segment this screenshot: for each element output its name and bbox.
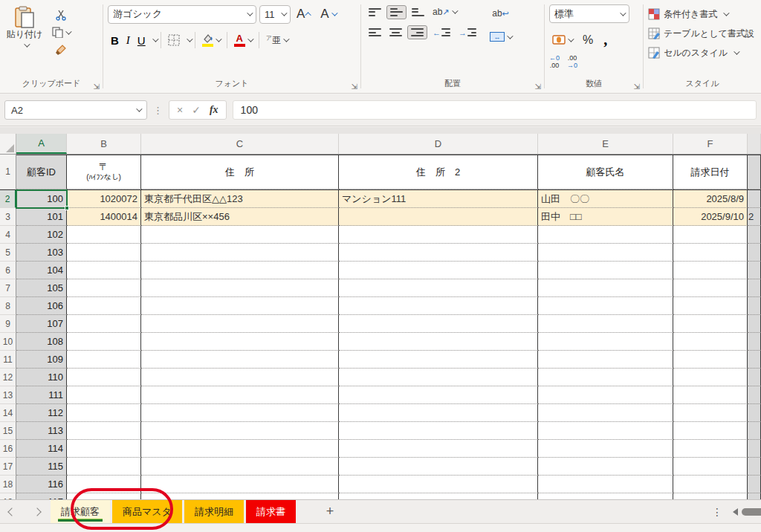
cell[interactable] xyxy=(538,262,673,279)
horizontal-scrollbar-thumb[interactable] xyxy=(742,508,761,516)
cell-e1[interactable]: 顧客氏名 xyxy=(538,155,673,189)
align-center-button[interactable] xyxy=(386,26,405,39)
insert-function-button[interactable]: fx xyxy=(207,104,221,116)
cell[interactable] xyxy=(339,476,538,493)
cell[interactable] xyxy=(67,226,141,244)
cancel-entry-button[interactable]: × xyxy=(174,104,186,116)
cell[interactable] xyxy=(339,297,538,315)
row-header[interactable]: 18 xyxy=(0,476,16,493)
cell[interactable]: 109 xyxy=(16,351,67,369)
cell[interactable] xyxy=(538,369,673,386)
cell[interactable]: 116 xyxy=(16,476,67,493)
cell[interactable]: 112 xyxy=(16,404,67,422)
cell[interactable] xyxy=(538,297,673,315)
cell[interactable] xyxy=(141,262,339,279)
cell[interactable] xyxy=(673,262,748,279)
cell[interactable] xyxy=(141,458,339,476)
cell[interactable] xyxy=(748,476,761,493)
cell-a1[interactable]: 顧客ID xyxy=(16,155,67,189)
cell[interactable] xyxy=(748,315,761,333)
cell[interactable] xyxy=(673,458,748,476)
cell[interactable]: 100 xyxy=(16,190,67,208)
cell-styles-button[interactable]: セルのスタイル xyxy=(648,43,758,62)
tab-options-icon[interactable]: ⋮ xyxy=(712,506,722,518)
cell[interactable] xyxy=(67,404,141,422)
number-format-combo[interactable]: 標準 xyxy=(549,4,629,23)
row-header[interactable]: 17 xyxy=(0,458,16,476)
cell[interactable] xyxy=(141,476,339,493)
clipboard-dialog-launcher-icon[interactable]: ⇲ xyxy=(94,82,100,91)
cell[interactable] xyxy=(67,386,141,404)
cell[interactable] xyxy=(339,351,538,369)
font-size-combo[interactable]: 11 xyxy=(259,5,291,24)
cell[interactable] xyxy=(141,351,339,369)
cell[interactable] xyxy=(339,333,538,351)
alignment-dialog-launcher-icon[interactable]: ⇲ xyxy=(535,82,541,91)
font-dialog-launcher-icon[interactable]: ⇲ xyxy=(352,82,357,91)
row-header[interactable]: 1 xyxy=(0,155,16,189)
cell[interactable] xyxy=(538,386,673,404)
cell[interactable] xyxy=(673,333,748,351)
cell[interactable] xyxy=(141,315,339,333)
cell[interactable]: 2025/8/9 xyxy=(673,190,748,208)
cell[interactable]: 東京都品川区××456 xyxy=(141,208,339,226)
cell[interactable] xyxy=(538,422,673,440)
orientation-button[interactable]: ab↗ xyxy=(430,4,459,19)
column-header-g[interactable] xyxy=(748,134,761,154)
cell[interactable] xyxy=(538,458,673,476)
wrap-text-button[interactable]: ab↩ xyxy=(487,6,514,21)
sheet-tab-seikyusho[interactable]: 請求書 xyxy=(246,500,296,523)
column-header-e[interactable]: E xyxy=(538,134,673,154)
cell-d1[interactable]: 住 所 2 xyxy=(339,155,538,189)
copy-button[interactable] xyxy=(51,26,71,39)
select-all-button[interactable] xyxy=(0,134,16,154)
cell[interactable] xyxy=(748,404,761,422)
cell[interactable] xyxy=(538,279,673,297)
column-header-c[interactable]: C xyxy=(141,134,339,154)
percent-style-button[interactable]: % xyxy=(580,31,596,49)
row-header[interactable]: 7 xyxy=(0,279,16,297)
cell[interactable]: 115 xyxy=(16,458,67,476)
row-header[interactable]: 6 xyxy=(0,262,16,279)
cell[interactable] xyxy=(339,262,538,279)
cell[interactable] xyxy=(141,440,339,458)
cell[interactable]: 113 xyxy=(16,422,67,440)
cell[interactable] xyxy=(141,226,339,244)
cell[interactable] xyxy=(141,422,339,440)
row-header[interactable]: 2 xyxy=(0,190,16,208)
row-header[interactable]: 19 xyxy=(0,493,16,499)
add-sheet-button[interactable]: + xyxy=(317,500,343,523)
cell[interactable] xyxy=(748,369,761,386)
sheet-tab-shouhin-master[interactable]: 商品マスタ xyxy=(112,500,182,523)
cell[interactable] xyxy=(141,297,339,315)
cell[interactable] xyxy=(538,226,673,244)
cell[interactable] xyxy=(339,493,538,499)
cell[interactable] xyxy=(538,244,673,262)
row-header[interactable]: 16 xyxy=(0,440,16,458)
cell[interactable] xyxy=(673,493,748,499)
format-painter-button[interactable] xyxy=(51,43,71,56)
cell[interactable] xyxy=(339,279,538,297)
cell[interactable] xyxy=(67,440,141,458)
cell[interactable]: 105 xyxy=(16,279,67,297)
row-header[interactable]: 9 xyxy=(0,315,16,333)
cell[interactable]: 2 xyxy=(748,208,761,226)
fill-color-button[interactable] xyxy=(199,32,223,49)
cell[interactable]: 山田 〇〇 xyxy=(538,190,673,208)
conditional-formatting-button[interactable]: 条件付き書式 xyxy=(648,4,758,24)
row-header[interactable]: 15 xyxy=(0,422,16,440)
cell[interactable]: 107 xyxy=(16,315,67,333)
cell[interactable] xyxy=(339,458,538,476)
cut-button[interactable] xyxy=(51,9,71,22)
number-dialog-launcher-icon[interactable]: ⇲ xyxy=(634,82,640,91)
cell[interactable] xyxy=(748,226,761,244)
cell[interactable] xyxy=(673,386,748,404)
increase-indent-button[interactable]: → xyxy=(456,26,479,39)
cell[interactable] xyxy=(748,262,761,279)
column-header-f[interactable]: F xyxy=(673,134,748,154)
cell[interactable] xyxy=(67,262,141,279)
align-left-button[interactable] xyxy=(366,26,384,39)
cell[interactable]: 104 xyxy=(16,262,67,279)
paste-button[interactable]: 貼り付け xyxy=(4,4,45,56)
cell[interactable] xyxy=(748,190,761,208)
